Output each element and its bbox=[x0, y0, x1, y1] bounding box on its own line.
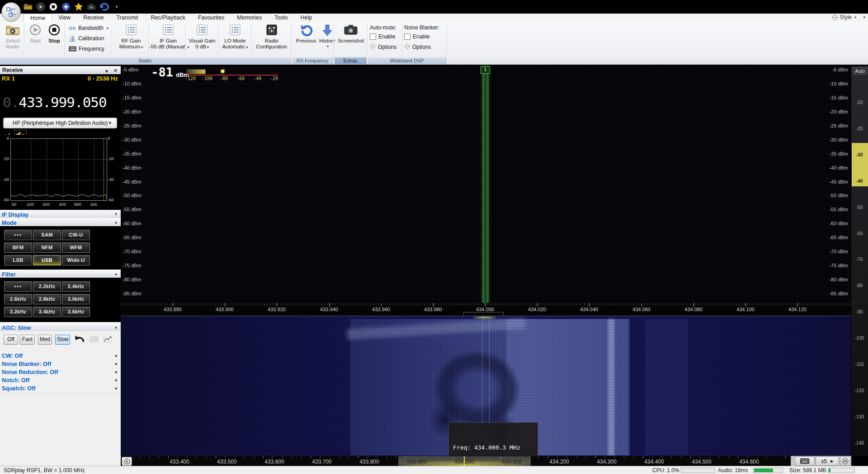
mode-button-[interactable]: ••• bbox=[4, 230, 32, 240]
agc-scheme-icon[interactable] bbox=[90, 336, 99, 343]
visual-gain-button[interactable]: Visual Gain0 dB▾ bbox=[186, 22, 218, 57]
radio-configuration-button[interactable]: RadioConfiguration bbox=[251, 22, 292, 57]
section-notch-off[interactable]: Notch: Off▾ bbox=[0, 376, 121, 385]
style-icon bbox=[832, 14, 838, 20]
tab-rec-playback[interactable]: Rec/Playback bbox=[145, 14, 192, 22]
freq-label: 434.080 bbox=[680, 307, 707, 312]
section-noise-blanker-off[interactable]: Noise Blanker: Off▾ bbox=[0, 360, 121, 369]
previous-button[interactable]: Previous bbox=[293, 22, 319, 57]
mode-button-lsb[interactable]: LSB bbox=[4, 255, 32, 265]
receive-panel: Receive ▼ × RX 1 0 - 2538 Hz 0.433.999.0… bbox=[0, 66, 121, 466]
agc-section[interactable]: AGC: Slow▴ bbox=[0, 323, 121, 332]
mode-button-nfm[interactable]: NFM bbox=[33, 242, 61, 253]
filter-button-2-2khz[interactable]: 2.2kHz bbox=[33, 281, 61, 292]
filter-button-2-6khz[interactable]: 2.6kHz bbox=[4, 294, 32, 304]
close-panel-icon[interactable]: × bbox=[114, 66, 117, 75]
frequency-display[interactable]: 0.433.999.050 bbox=[0, 90, 121, 115]
lo-mode-button[interactable]: LO ModeAutomatic▾ bbox=[220, 22, 250, 57]
tab-transmit[interactable]: Transmit bbox=[110, 14, 144, 22]
tab-home[interactable]: Home bbox=[24, 14, 52, 22]
spectrum-display[interactable]: -5 dBm-5 dBm-10 dBm-10 dBm-15 dBm-15 dBm… bbox=[121, 66, 851, 303]
screenshot-button[interactable]: Screenshot bbox=[335, 22, 366, 57]
zoom-level-button[interactable]: x5▶ bbox=[816, 456, 839, 466]
frequency-button[interactable]: Frequency bbox=[69, 44, 104, 53]
app-menu-button[interactable] bbox=[1, 2, 21, 22]
mode-button-sam[interactable]: SAM bbox=[33, 230, 61, 240]
history-button[interactable]: History ▾ bbox=[319, 22, 335, 57]
mode-button-usb[interactable]: USB bbox=[33, 255, 61, 265]
waterfall-level-scale[interactable]: Auto -10-20-30-40-50-60-70-80-90-100-110… bbox=[851, 66, 868, 456]
filter-button-3-6khz[interactable]: 3.6kHz bbox=[62, 307, 90, 317]
section-cw-off[interactable]: CW: Off▾ bbox=[0, 352, 121, 360]
tab-receive[interactable]: Receive bbox=[77, 14, 110, 22]
auto-mute-enable-checkbox[interactable] bbox=[370, 33, 376, 40]
scale-label: -60 bbox=[851, 231, 868, 236]
stop-icon[interactable] bbox=[48, 1, 59, 12]
filter-button-3-0khz[interactable]: 3.0kHz bbox=[62, 294, 90, 304]
chevron-down-icon: ▾ bbox=[115, 384, 117, 393]
open-icon[interactable] bbox=[23, 1, 33, 12]
noise-blanker-options-button[interactable]: Options bbox=[412, 44, 431, 50]
auto-scale-button[interactable]: Auto bbox=[853, 67, 867, 75]
agc-graph-icon[interactable] bbox=[103, 335, 113, 343]
mode-button-bfm[interactable]: BFM bbox=[4, 242, 32, 253]
agc-button-off[interactable]: Off bbox=[4, 335, 18, 345]
frequency-prefix: 0. bbox=[3, 94, 19, 110]
mode-button-wfm[interactable]: WFM bbox=[62, 242, 90, 253]
screenshot-icon[interactable] bbox=[86, 1, 97, 12]
more-icon[interactable]: ▾ bbox=[111, 1, 122, 12]
major-tick bbox=[329, 303, 330, 307]
if-display-section[interactable]: IF Display▾ bbox=[0, 210, 121, 219]
rx-marker[interactable]: 1 bbox=[481, 66, 490, 74]
agc-undo-icon[interactable] bbox=[73, 335, 85, 345]
start-button[interactable]: Start bbox=[26, 22, 44, 57]
filter-section[interactable]: Filter▴ bbox=[0, 270, 121, 279]
calibration-button[interactable]: Calibration bbox=[69, 34, 104, 43]
filter-button-3-4khz[interactable]: 3.4kHz bbox=[33, 307, 61, 317]
filter-button-2-8khz[interactable]: 2.8kHz bbox=[33, 294, 61, 304]
minimize-ribbon-icon[interactable]: ▾ bbox=[863, 15, 865, 19]
mode-section[interactable]: Mode▴ bbox=[0, 218, 121, 227]
enter-frequency-button[interactable] bbox=[795, 456, 815, 466]
signal-meter-dot bbox=[221, 70, 224, 73]
stop-button[interactable]: Stop bbox=[45, 22, 63, 57]
tab-tools[interactable]: Tools bbox=[268, 14, 294, 22]
audio-device-select[interactable]: HP (Périphérique High Definition Audio) … bbox=[3, 118, 117, 128]
section-squelch-off[interactable]: Squelch: Off▾ bbox=[0, 384, 121, 393]
if-gain-button[interactable]: IF Gain-55 dB (Manual)▾ bbox=[149, 22, 187, 57]
tab-memories[interactable]: Memories bbox=[231, 14, 268, 22]
filter-button-3-2khz[interactable]: 3.2kHz bbox=[4, 307, 32, 317]
agc-button-fast[interactable]: Fast bbox=[20, 335, 35, 345]
audio-y-label: -20 bbox=[1, 156, 9, 161]
audio-spectrum-graph[interactable]: 00-20-20-40-40-60-60501002004008001k6 bbox=[0, 135, 121, 210]
band-freq-label: 433.600 bbox=[260, 459, 289, 465]
tab-view[interactable]: View bbox=[52, 14, 77, 22]
noise-blanker-enable-checkbox[interactable] bbox=[404, 33, 410, 40]
filter-button-[interactable]: ••• bbox=[4, 281, 32, 292]
noise-blanker-label: Noise Blanker: bbox=[404, 24, 439, 31]
agc-button-slow[interactable]: Slow bbox=[55, 335, 70, 345]
style-selector[interactable]: Style▾ bbox=[832, 14, 856, 20]
select-radio-button[interactable]: Select Radio bbox=[2, 22, 24, 57]
tab-help[interactable]: Help bbox=[294, 14, 318, 22]
agc-button-med[interactable]: Med bbox=[38, 335, 52, 345]
rf-gain-button[interactable]: RF GainMinimum▾ bbox=[114, 22, 148, 57]
spectrum-frequency-axis[interactable]: 433.880433.900433.920433.940433.960433.9… bbox=[121, 303, 851, 316]
waterfall-display[interactable]: Freq: 434.000.3 MHz Span: ±139.525 kHz bbox=[121, 316, 851, 456]
section-noise-reduction-off[interactable]: Noise Reduction: Off▾ bbox=[0, 368, 121, 377]
filter-button-2-4khz[interactable]: 2.4kHz bbox=[62, 281, 90, 292]
center-button[interactable] bbox=[122, 457, 132, 466]
tab-favourites[interactable]: Favourites bbox=[192, 14, 231, 22]
if-gain-line2: -55 dB (Manual)▾ bbox=[149, 44, 187, 50]
auto-mute-options-button[interactable]: Options bbox=[378, 44, 396, 50]
add-icon[interactable] bbox=[61, 1, 71, 12]
undo-icon[interactable] bbox=[99, 1, 109, 12]
pan-right-button[interactable] bbox=[840, 456, 850, 466]
band-navigation-bar[interactable]: 433.400433.500433.600433.700433.800433.9… bbox=[121, 456, 851, 466]
favourites-icon[interactable] bbox=[73, 1, 84, 12]
bandwidth-button[interactable]: Bandwidth▾ bbox=[69, 24, 108, 33]
start-icon[interactable] bbox=[35, 1, 46, 12]
receive-panel-header[interactable]: Receive ▼ × bbox=[0, 66, 121, 75]
mode-button-cw-u[interactable]: CW-U bbox=[62, 230, 90, 240]
mode-button-wide-u[interactable]: Wide-U bbox=[62, 255, 90, 265]
